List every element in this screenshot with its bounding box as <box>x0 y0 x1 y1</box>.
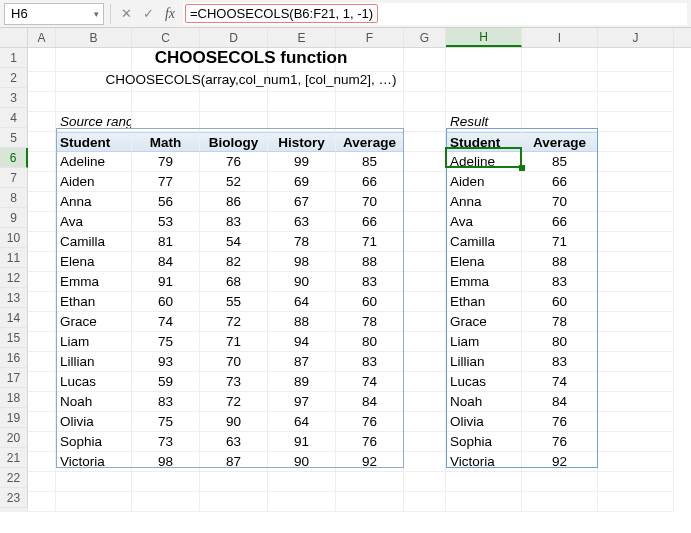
cell[interactable]: 93 <box>132 352 200 372</box>
cell[interactable] <box>268 472 336 492</box>
row-header-7[interactable]: 7 <box>0 168 28 188</box>
cell[interactable] <box>404 372 446 392</box>
cell[interactable]: 76 <box>336 432 404 452</box>
formula-input[interactable]: =CHOOSECOLS(B6:F21, 1, -1) <box>183 3 687 25</box>
cell[interactable] <box>522 72 598 92</box>
cell[interactable]: Emma <box>56 272 132 292</box>
row-header-15[interactable]: 15 <box>0 328 28 348</box>
cell[interactable]: Student <box>446 132 522 152</box>
cell[interactable]: Noah <box>446 392 522 412</box>
cell[interactable]: 90 <box>268 452 336 472</box>
row-header-21[interactable]: 21 <box>0 448 28 468</box>
cell[interactable]: 78 <box>268 232 336 252</box>
cell[interactable]: 66 <box>522 172 598 192</box>
cell[interactable]: 82 <box>200 252 268 272</box>
name-box[interactable]: H6 ▾ <box>4 3 104 25</box>
cell[interactable] <box>598 192 674 212</box>
cell[interactable]: 63 <box>268 212 336 232</box>
cell-area[interactable]: CHOOSECOLS functionCHOOSECOLS(array,col_… <box>28 48 691 512</box>
cell[interactable]: 81 <box>132 232 200 252</box>
cell[interactable] <box>598 172 674 192</box>
cell[interactable]: Ava <box>446 212 522 232</box>
cell[interactable] <box>28 132 56 152</box>
cell[interactable]: 78 <box>336 312 404 332</box>
cell[interactable]: Lillian <box>446 352 522 372</box>
column-header-E[interactable]: E <box>268 28 336 47</box>
cell[interactable]: Lucas <box>446 372 522 392</box>
cell[interactable] <box>28 272 56 292</box>
cell[interactable] <box>200 92 268 112</box>
column-header-D[interactable]: D <box>200 28 268 47</box>
cell[interactable]: 88 <box>268 312 336 332</box>
row-header-17[interactable]: 17 <box>0 368 28 388</box>
row-header-16[interactable]: 16 <box>0 348 28 368</box>
cell[interactable] <box>56 492 132 512</box>
cell[interactable]: 76 <box>522 412 598 432</box>
cell[interactable] <box>522 48 598 72</box>
cell[interactable]: 73 <box>200 372 268 392</box>
cell[interactable] <box>200 492 268 512</box>
cell[interactable]: 88 <box>336 252 404 272</box>
cell[interactable] <box>404 272 446 292</box>
cell[interactable]: Biology <box>200 132 268 152</box>
row-header-1[interactable]: 1 <box>0 48 28 68</box>
cell[interactable] <box>132 492 200 512</box>
cell[interactable] <box>404 132 446 152</box>
cell[interactable]: 72 <box>200 392 268 412</box>
cell[interactable] <box>336 112 404 132</box>
cell[interactable]: 55 <box>200 292 268 312</box>
cell[interactable] <box>56 472 132 492</box>
column-header-F[interactable]: F <box>336 28 404 47</box>
cell[interactable]: Lillian <box>56 352 132 372</box>
cell[interactable]: Victoria <box>56 452 132 472</box>
cell[interactable]: 71 <box>522 232 598 252</box>
result-label[interactable]: Result <box>446 112 522 132</box>
cell[interactable] <box>404 192 446 212</box>
cell[interactable] <box>404 352 446 372</box>
row-header-10[interactable]: 10 <box>0 228 28 248</box>
cell[interactable]: 70 <box>336 192 404 212</box>
column-header-H[interactable]: H <box>446 28 522 47</box>
cell[interactable] <box>404 112 446 132</box>
cell[interactable] <box>28 472 56 492</box>
cell[interactable] <box>404 232 446 252</box>
cell[interactable] <box>268 492 336 512</box>
cell[interactable] <box>598 232 674 252</box>
cell[interactable]: 70 <box>200 352 268 372</box>
cell[interactable] <box>598 492 674 512</box>
cell[interactable] <box>56 92 132 112</box>
row-header-3[interactable]: 3 <box>0 88 28 108</box>
cell[interactable] <box>598 372 674 392</box>
cell[interactable]: 75 <box>132 412 200 432</box>
cell[interactable] <box>404 472 446 492</box>
cell[interactable] <box>28 192 56 212</box>
cell[interactable]: 60 <box>132 292 200 312</box>
cell[interactable] <box>28 452 56 472</box>
cell[interactable]: 56 <box>132 192 200 212</box>
cell[interactable]: 73 <box>132 432 200 452</box>
cell[interactable]: 85 <box>522 152 598 172</box>
cell[interactable]: 84 <box>522 392 598 412</box>
cell[interactable] <box>28 72 56 92</box>
cell[interactable]: 92 <box>336 452 404 472</box>
cell[interactable]: History <box>268 132 336 152</box>
cell[interactable] <box>336 92 404 112</box>
cell[interactable] <box>132 472 200 492</box>
cell[interactable] <box>446 48 522 72</box>
row-header-9[interactable]: 9 <box>0 208 28 228</box>
cell[interactable] <box>28 212 56 232</box>
cell[interactable] <box>598 412 674 432</box>
cell[interactable]: 90 <box>268 272 336 292</box>
cell[interactable]: Emma <box>446 272 522 292</box>
cell[interactable]: Average <box>336 132 404 152</box>
cell[interactable]: 74 <box>132 312 200 332</box>
cell[interactable]: Adeline <box>446 152 522 172</box>
cell[interactable]: Adeline <box>56 152 132 172</box>
cell[interactable] <box>404 312 446 332</box>
cell[interactable] <box>28 172 56 192</box>
cell[interactable]: 83 <box>522 352 598 372</box>
cell[interactable] <box>598 272 674 292</box>
cell[interactable]: 53 <box>132 212 200 232</box>
cell[interactable] <box>200 112 268 132</box>
cell[interactable] <box>404 212 446 232</box>
